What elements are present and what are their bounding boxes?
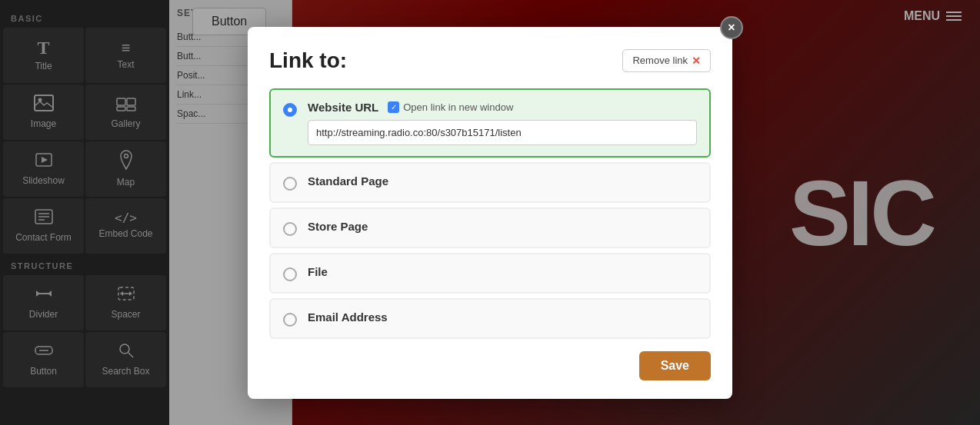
open-new-window-checkbox[interactable] [388,101,399,113]
link-option-store-page-title: Store Page [308,220,697,233]
link-option-store-page[interactable]: Store Page [269,208,711,248]
open-new-window-label[interactable]: Open link in new window [388,101,513,113]
link-to-modal: × Link to: Remove link ✕ Website URL Ope… [248,27,732,399]
link-option-store-page-content: Store Page [308,220,697,233]
modal-title: Link to: [269,48,347,73]
radio-email-address [283,313,297,327]
link-option-website-url-title: Website URL Open link in new window [308,101,697,114]
radio-website-url [283,103,297,117]
link-option-file-content: File [308,265,697,278]
link-option-file[interactable]: File [269,253,711,294]
link-option-email-address[interactable]: Email Address [269,298,711,339]
link-option-website-url[interactable]: Website URL Open link in new window [269,88,711,158]
url-input[interactable] [308,120,697,145]
save-button[interactable]: Save [639,351,711,380]
link-option-website-url-content: Website URL Open link in new window [308,101,697,145]
modal-footer: Save [269,351,711,380]
radio-file [283,267,297,281]
modal-overlay: × Link to: Remove link ✕ Website URL Ope… [0,0,980,425]
link-option-email-address-title: Email Address [308,310,697,324]
modal-header: Link to: Remove link ✕ [269,48,711,73]
modal-close-button[interactable]: × [720,16,743,39]
remove-link-button[interactable]: Remove link ✕ [622,49,711,72]
radio-standard-page [283,177,297,191]
link-option-file-title: File [308,265,697,278]
link-option-standard-page[interactable]: Standard Page [269,162,711,203]
radio-store-page [283,222,297,236]
link-option-email-address-content: Email Address [308,310,697,324]
link-option-standard-page-content: Standard Page [308,174,697,188]
remove-link-label: Remove link [632,55,688,66]
remove-link-icon: ✕ [692,55,701,67]
link-option-standard-page-title: Standard Page [308,174,697,188]
